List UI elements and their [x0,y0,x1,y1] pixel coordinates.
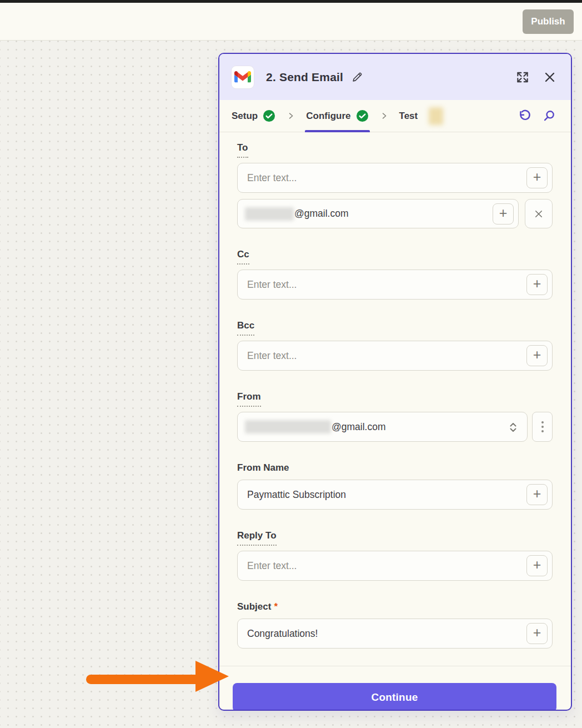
from-label: From [237,390,261,407]
panel-header: 2. Send Email [219,54,571,100]
plus-icon[interactable]: + [526,345,548,366]
close-icon[interactable] [542,69,558,85]
panel-footer: Continue [219,666,571,711]
field-bcc: Bcc + [237,319,553,371]
from-select[interactable]: @gmail.com [237,412,528,442]
tab-test-label: Test [399,111,418,122]
edit-title-pencil-icon[interactable] [350,70,364,84]
from-name-label: From Name [237,461,289,475]
green-check-icon [263,109,275,122]
tab-test[interactable]: Test [398,100,445,132]
chevron-right-icon [287,112,295,120]
redacted-email-user [245,207,294,221]
step-tabbar: Setup Configure Test [219,100,571,132]
to-value[interactable]: @gmail.com + [237,199,519,228]
subject-input[interactable] [237,619,553,649]
field-to: To + @gmail.com + [237,141,553,228]
required-asterisk: * [274,601,278,612]
field-cc: Cc + [237,248,553,300]
plus-icon[interactable]: + [526,484,548,505]
continue-button[interactable]: Continue [233,683,556,711]
tab-configure-label: Configure [306,111,350,122]
plus-icon[interactable]: + [526,167,548,188]
to-value-row: @gmail.com + [237,199,553,228]
expand-icon[interactable] [514,69,531,86]
field-from: From @gmail.com [237,390,553,442]
tab-setup[interactable]: Setup [230,100,277,132]
reply-to-input[interactable] [237,551,553,581]
to-input[interactable] [237,163,553,193]
test-status-badge-redacted [429,107,443,125]
tab-setup-label: Setup [232,111,258,122]
from-value-domain: @gmail.com [332,421,386,433]
to-label: To [237,141,248,158]
gmail-icon [231,66,254,89]
plus-icon[interactable]: + [526,274,548,295]
bcc-input[interactable] [237,341,553,371]
from-name-input[interactable] [237,480,553,510]
field-subject: Subject* + [237,600,553,649]
plus-icon[interactable]: + [493,203,514,225]
plus-icon[interactable]: + [526,555,548,576]
green-check-icon [356,109,369,122]
field-from-name: From Name + [237,461,553,510]
plus-icon[interactable]: + [526,623,548,644]
step-editor-panel: 2. Send Email [218,53,572,711]
select-caret-icon [508,421,518,433]
publish-button[interactable]: Publish [523,9,574,34]
field-reply-to: Reply To + [237,529,553,581]
to-value-domain: @gmail.com [294,208,349,220]
redacted-email-user [245,420,331,433]
cc-input[interactable] [237,270,553,300]
configure-form: To + @gmail.com + Cc + [219,132,571,649]
top-bar: Publish [0,0,582,41]
tab-configure[interactable]: Configure [305,100,369,132]
chevron-right-icon [380,112,388,120]
undo-refresh-icon[interactable] [515,107,533,124]
subject-label: Subject [237,600,271,614]
reply-to-label: Reply To [237,529,277,546]
kebab-menu-icon[interactable] [532,412,553,442]
search-icon[interactable] [541,108,558,124]
x-remove-icon[interactable] [525,199,553,228]
step-title: 2. Send Email [266,71,343,84]
cc-label: Cc [237,248,249,265]
bcc-label: Bcc [237,319,254,336]
